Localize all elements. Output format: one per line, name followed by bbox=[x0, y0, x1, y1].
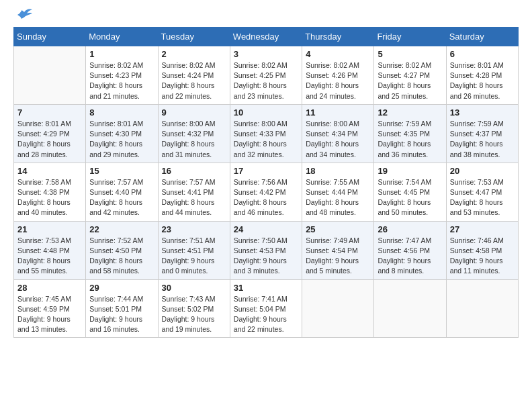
day-cell: 12Sunrise: 7:59 AMSunset: 4:35 PMDayligh… bbox=[374, 104, 446, 163]
day-cell: 28Sunrise: 7:45 AMSunset: 4:59 PMDayligh… bbox=[14, 279, 86, 338]
week-row-2: 7Sunrise: 8:01 AMSunset: 4:29 PMDaylight… bbox=[14, 104, 519, 163]
day-number: 8 bbox=[89, 107, 154, 118]
day-number: 30 bbox=[162, 283, 226, 293]
day-cell: 9Sunrise: 8:00 AMSunset: 4:32 PMDaylight… bbox=[158, 104, 230, 163]
day-info: Sunrise: 7:46 AMSunset: 4:58 PMDaylight:… bbox=[450, 236, 515, 277]
day-number: 13 bbox=[450, 107, 515, 118]
day-info: Sunrise: 8:00 AMSunset: 4:34 PMDaylight:… bbox=[306, 119, 370, 160]
day-number: 9 bbox=[162, 107, 226, 118]
day-number: 4 bbox=[306, 49, 370, 59]
day-info: Sunrise: 8:02 AMSunset: 4:26 PMDaylight:… bbox=[306, 60, 370, 101]
day-cell: 26Sunrise: 7:47 AMSunset: 4:56 PMDayligh… bbox=[374, 221, 446, 279]
day-cell: 2Sunrise: 8:02 AMSunset: 4:24 PMDaylight… bbox=[158, 46, 230, 105]
day-cell bbox=[374, 279, 446, 338]
header-cell-sunday: Sunday bbox=[14, 28, 86, 46]
day-cell: 22Sunrise: 7:52 AMSunset: 4:50 PMDayligh… bbox=[86, 221, 158, 279]
logo bbox=[13, 13, 34, 20]
day-number: 18 bbox=[306, 166, 370, 176]
day-cell: 18Sunrise: 7:55 AMSunset: 4:44 PMDayligh… bbox=[302, 163, 374, 221]
week-row-4: 21Sunrise: 7:53 AMSunset: 4:48 PMDayligh… bbox=[14, 221, 519, 279]
page-header bbox=[13, 13, 519, 20]
day-info: Sunrise: 8:02 AMSunset: 4:23 PMDaylight:… bbox=[89, 60, 154, 101]
day-cell: 19Sunrise: 7:54 AMSunset: 4:45 PMDayligh… bbox=[374, 163, 446, 221]
day-info: Sunrise: 7:52 AMSunset: 4:50 PMDaylight:… bbox=[89, 236, 154, 277]
day-cell: 17Sunrise: 7:56 AMSunset: 4:42 PMDayligh… bbox=[230, 163, 302, 221]
day-cell: 10Sunrise: 8:00 AMSunset: 4:33 PMDayligh… bbox=[230, 104, 302, 163]
day-info: Sunrise: 7:49 AMSunset: 4:54 PMDaylight:… bbox=[306, 236, 370, 277]
day-cell: 24Sunrise: 7:50 AMSunset: 4:53 PMDayligh… bbox=[230, 221, 302, 279]
day-cell bbox=[446, 279, 518, 338]
day-cell: 20Sunrise: 7:53 AMSunset: 4:47 PMDayligh… bbox=[446, 163, 518, 221]
day-cell: 16Sunrise: 7:57 AMSunset: 4:41 PMDayligh… bbox=[158, 163, 230, 221]
day-info: Sunrise: 8:02 AMSunset: 4:24 PMDaylight:… bbox=[162, 60, 226, 101]
week-row-1: 1Sunrise: 8:02 AMSunset: 4:23 PMDaylight… bbox=[14, 46, 519, 105]
header-cell-friday: Friday bbox=[374, 28, 446, 46]
day-number: 19 bbox=[378, 166, 442, 176]
week-row-5: 28Sunrise: 7:45 AMSunset: 4:59 PMDayligh… bbox=[14, 279, 519, 338]
day-info: Sunrise: 7:50 AMSunset: 4:53 PMDaylight:… bbox=[234, 236, 298, 277]
day-number: 31 bbox=[234, 283, 298, 293]
day-info: Sunrise: 8:00 AMSunset: 4:32 PMDaylight:… bbox=[162, 119, 226, 160]
day-cell bbox=[14, 46, 86, 105]
day-info: Sunrise: 8:01 AMSunset: 4:29 PMDaylight:… bbox=[17, 119, 82, 160]
day-cell: 15Sunrise: 7:57 AMSunset: 4:40 PMDayligh… bbox=[86, 163, 158, 221]
header-cell-thursday: Thursday bbox=[302, 28, 374, 46]
day-cell: 7Sunrise: 8:01 AMSunset: 4:29 PMDaylight… bbox=[14, 104, 86, 163]
day-cell: 30Sunrise: 7:43 AMSunset: 5:02 PMDayligh… bbox=[158, 279, 230, 338]
day-cell: 6Sunrise: 8:01 AMSunset: 4:28 PMDaylight… bbox=[446, 46, 518, 105]
day-number: 16 bbox=[162, 166, 226, 176]
day-info: Sunrise: 8:02 AMSunset: 4:25 PMDaylight:… bbox=[234, 60, 298, 101]
day-info: Sunrise: 7:41 AMSunset: 5:04 PMDaylight:… bbox=[234, 294, 298, 335]
week-row-3: 14Sunrise: 7:58 AMSunset: 4:38 PMDayligh… bbox=[14, 163, 519, 221]
day-info: Sunrise: 7:53 AMSunset: 4:47 PMDaylight:… bbox=[450, 177, 515, 218]
day-info: Sunrise: 7:43 AMSunset: 5:02 PMDaylight:… bbox=[162, 294, 226, 335]
day-info: Sunrise: 8:02 AMSunset: 4:27 PMDaylight:… bbox=[378, 60, 442, 101]
day-info: Sunrise: 7:59 AMSunset: 4:37 PMDaylight:… bbox=[450, 119, 515, 160]
day-number: 24 bbox=[234, 224, 298, 234]
day-cell: 31Sunrise: 7:41 AMSunset: 5:04 PMDayligh… bbox=[230, 279, 302, 338]
day-number: 12 bbox=[378, 107, 442, 118]
header-cell-tuesday: Tuesday bbox=[158, 28, 230, 46]
day-cell: 13Sunrise: 7:59 AMSunset: 4:37 PMDayligh… bbox=[446, 104, 518, 163]
day-number: 26 bbox=[378, 224, 442, 234]
day-number: 20 bbox=[450, 166, 515, 176]
day-number: 5 bbox=[378, 49, 442, 59]
header-cell-wednesday: Wednesday bbox=[230, 28, 302, 46]
day-cell: 21Sunrise: 7:53 AMSunset: 4:48 PMDayligh… bbox=[14, 221, 86, 279]
calendar-header: SundayMondayTuesdayWednesdayThursdayFrid… bbox=[14, 28, 519, 46]
day-cell: 11Sunrise: 8:00 AMSunset: 4:34 PMDayligh… bbox=[302, 104, 374, 163]
day-number: 14 bbox=[17, 166, 82, 176]
day-info: Sunrise: 8:00 AMSunset: 4:33 PMDaylight:… bbox=[234, 119, 298, 160]
day-info: Sunrise: 7:55 AMSunset: 4:44 PMDaylight:… bbox=[306, 177, 370, 218]
day-cell: 23Sunrise: 7:51 AMSunset: 4:51 PMDayligh… bbox=[158, 221, 230, 279]
day-cell: 5Sunrise: 8:02 AMSunset: 4:27 PMDaylight… bbox=[374, 46, 446, 105]
day-number: 1 bbox=[89, 49, 154, 59]
day-number: 28 bbox=[17, 283, 82, 293]
day-cell: 1Sunrise: 8:02 AMSunset: 4:23 PMDaylight… bbox=[86, 46, 158, 105]
day-cell: 27Sunrise: 7:46 AMSunset: 4:58 PMDayligh… bbox=[446, 221, 518, 279]
header-row: SundayMondayTuesdayWednesdayThursdayFrid… bbox=[14, 28, 519, 46]
day-cell: 29Sunrise: 7:44 AMSunset: 5:01 PMDayligh… bbox=[86, 279, 158, 338]
day-number: 23 bbox=[162, 224, 226, 234]
day-info: Sunrise: 7:57 AMSunset: 4:41 PMDaylight:… bbox=[162, 177, 226, 218]
day-cell: 3Sunrise: 8:02 AMSunset: 4:25 PMDaylight… bbox=[230, 46, 302, 105]
day-number: 10 bbox=[234, 107, 298, 118]
day-number: 3 bbox=[234, 49, 298, 59]
day-info: Sunrise: 7:56 AMSunset: 4:42 PMDaylight:… bbox=[234, 177, 298, 218]
day-number: 21 bbox=[17, 224, 82, 234]
day-number: 27 bbox=[450, 224, 515, 234]
day-number: 29 bbox=[89, 283, 154, 293]
day-info: Sunrise: 7:58 AMSunset: 4:38 PMDaylight:… bbox=[17, 177, 82, 218]
day-info: Sunrise: 7:57 AMSunset: 4:40 PMDaylight:… bbox=[89, 177, 154, 218]
day-info: Sunrise: 8:01 AMSunset: 4:30 PMDaylight:… bbox=[89, 119, 154, 160]
day-info: Sunrise: 8:01 AMSunset: 4:28 PMDaylight:… bbox=[450, 60, 515, 101]
day-number: 22 bbox=[89, 224, 154, 234]
calendar-body: 1Sunrise: 8:02 AMSunset: 4:23 PMDaylight… bbox=[14, 46, 519, 338]
day-cell: 14Sunrise: 7:58 AMSunset: 4:38 PMDayligh… bbox=[14, 163, 86, 221]
header-cell-saturday: Saturday bbox=[446, 28, 518, 46]
day-number: 2 bbox=[162, 49, 226, 59]
day-info: Sunrise: 7:45 AMSunset: 4:59 PMDaylight:… bbox=[17, 294, 82, 335]
day-info: Sunrise: 7:59 AMSunset: 4:35 PMDaylight:… bbox=[378, 119, 442, 160]
header-cell-monday: Monday bbox=[86, 28, 158, 46]
day-cell bbox=[302, 279, 374, 338]
